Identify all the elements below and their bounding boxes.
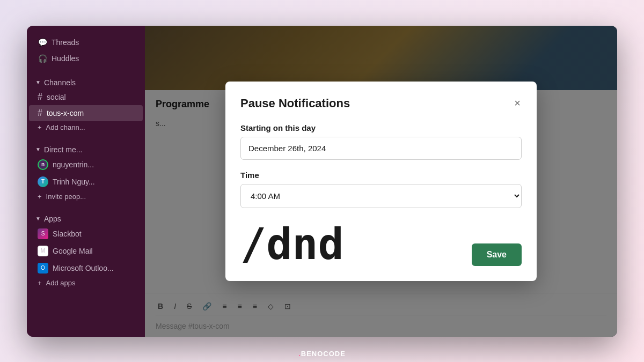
slackbot-icon: S (38, 228, 48, 239)
add-channel-label: Add chann... (46, 123, 85, 131)
sidebar-item-dm-user2[interactable]: T Trinh Nguy... (29, 173, 143, 190)
divider-2 (27, 134, 145, 140)
threads-icon: 💬 (38, 38, 47, 47)
hash-icon-social: # (38, 92, 42, 102)
brand-label: .BENOCODE (298, 350, 346, 358)
sidebar: 💬 Threads 🎧 Huddles ▼ Channels # social … (27, 26, 145, 337)
sidebar-item-threads[interactable]: 💬 Threads (29, 34, 143, 50)
sidebar-item-social[interactable]: # social (29, 89, 143, 105)
apps-section-header[interactable]: ▼ Apps (27, 209, 145, 225)
headphones-icon: 🎧 (38, 54, 47, 63)
sidebar-item-tous[interactable]: # tous-x-com (29, 105, 143, 121)
dm-arrow: ▼ (35, 146, 41, 152)
modal-title: Pause Notifications (240, 97, 350, 110)
date-input[interactable] (240, 137, 522, 160)
dm-user2-label: Trinh Nguy... (53, 178, 95, 186)
tous-channel-label: tous-x-com (47, 109, 84, 117)
gmail-icon: M (38, 246, 48, 256)
save-button[interactable]: Save (472, 243, 522, 266)
invite-label: Invite peop... (46, 193, 86, 201)
channels-section-header[interactable]: ▼ Channels (27, 73, 145, 89)
dnd-text: /dnd (240, 223, 344, 266)
divider-1 (27, 67, 145, 73)
direct-messages-label: Direct me... (44, 145, 83, 154)
bottom-branding: .BENOCODE (0, 345, 644, 362)
hash-icon-tous: # (38, 108, 42, 118)
add-channel-button[interactable]: + Add chann... (29, 121, 143, 134)
dnd-row: /dnd Save (240, 219, 522, 266)
sidebar-item-outlook[interactable]: O Microsoft Outloo... (29, 260, 143, 277)
sidebar-item-slackbot[interactable]: S Slackbot (29, 225, 143, 242)
apps-section-label: Apps (44, 215, 61, 223)
starting-day-field: Starting on this day (240, 123, 522, 160)
time-label: Time (240, 171, 522, 180)
invite-people-button[interactable]: + Invite peop... (29, 190, 143, 203)
sidebar-item-huddles[interactable]: 🎧 Huddles (29, 50, 143, 67)
pause-notifications-modal: Pause Notifications × Starting on this d… (225, 82, 537, 281)
invite-plus-icon: + (38, 193, 42, 201)
sidebar-item-dm-user1[interactable]: n nguyentrin... (29, 156, 143, 173)
social-channel-label: social (47, 93, 66, 101)
dm-user1-label: nguyentrin... (53, 160, 94, 169)
time-select[interactable]: 4:00 AM 5:00 AM 6:00 AM 7:00 AM 8:00 AM (240, 184, 522, 208)
app-window: 💬 Threads 🎧 Huddles ▼ Channels # social … (27, 26, 617, 337)
channels-arrow: ▼ (35, 79, 41, 85)
starting-day-label: Starting on this day (240, 123, 522, 132)
avatar-user2: T (38, 176, 48, 187)
add-channel-plus-icon: + (38, 123, 42, 131)
modal-header: Pause Notifications × (240, 97, 522, 110)
threads-label: Threads (52, 38, 79, 47)
modal-overlay: Pause Notifications × Starting on this d… (145, 26, 617, 337)
direct-messages-section-header[interactable]: ▼ Direct me... (27, 140, 145, 156)
apps-arrow: ▼ (35, 216, 41, 221)
gmail-label: Google Mail (53, 247, 93, 255)
time-select-wrapper: 4:00 AM 5:00 AM 6:00 AM 7:00 AM 8:00 AM (240, 184, 522, 208)
add-apps-label: Add apps (46, 279, 76, 287)
main-content: Programme s... B I S 🔗 ≡ ≡ ≡ ◇ ⊡ Message… (145, 26, 617, 337)
huddles-label: Huddles (52, 54, 79, 63)
sidebar-item-gmail[interactable]: M Google Mail (29, 242, 143, 260)
outlook-icon: O (38, 263, 48, 274)
channels-section-label: Channels (44, 78, 76, 87)
modal-footer: Save (472, 243, 522, 266)
outlook-label: Microsoft Outloo... (53, 264, 114, 272)
time-field: Time 4:00 AM 5:00 AM 6:00 AM 7:00 AM 8:0… (240, 171, 522, 208)
add-apps-button[interactable]: + Add apps (29, 277, 143, 289)
divider-3 (27, 203, 145, 209)
modal-close-button[interactable]: × (513, 97, 522, 109)
slackbot-label: Slackbot (53, 230, 82, 238)
add-apps-plus-icon: + (38, 279, 42, 287)
avatar-user1: n (38, 159, 48, 170)
